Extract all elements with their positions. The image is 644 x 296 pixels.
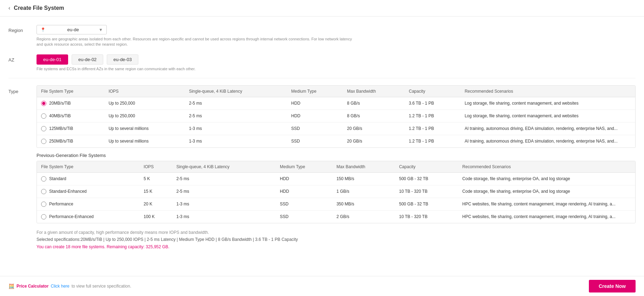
prev-fs-type-radio-1[interactable] (41, 189, 46, 194)
chevron-down-icon: ▼ (99, 27, 103, 32)
region-label: Region (8, 25, 37, 33)
scenarios-cell: Log storage, file sharing, content manag… (460, 97, 635, 110)
fs-type-radio-1[interactable] (41, 113, 46, 119)
fs-type-label: 40MB/s/TiB (49, 113, 71, 118)
current-gen-table-wrapper: File System TypeIOPSSingle-queue, 4 KiB … (37, 85, 636, 148)
section-divider (8, 78, 636, 78)
fs-type-cell: 250MB/s/TiB (37, 135, 104, 147)
prev-fs-type-radio-3[interactable] (41, 214, 46, 219)
fs-type-cell: 20MB/s/TiB (37, 97, 104, 110)
az-button-eu-de-03[interactable]: eu-de-03 (107, 54, 138, 65)
az-hint: File systems and ECSs in different AZs i… (37, 67, 636, 71)
region-value: eu-de (67, 27, 79, 32)
capacity-cell: 500 GB - 32 TB (395, 198, 458, 210)
footer-info: For a given amount of capacity, high per… (37, 229, 636, 250)
page-title: Create File System (14, 5, 64, 11)
medium-cell: HDD (276, 185, 332, 198)
latency-cell: 2-5 ms (185, 97, 287, 110)
iops-cell: Up to 250,000 (104, 97, 185, 110)
table-header: Capacity (395, 161, 458, 173)
prev-gen-table: File System TypeIOPSSingle-queue, 4 KiB … (37, 161, 635, 223)
latency-cell: 1-3 ms (185, 122, 287, 135)
fs-type-cell: Standard (37, 172, 139, 185)
bandwidth-cell: 350 MB/s (332, 198, 395, 210)
table-header: Max Bandwidth (332, 161, 395, 173)
fs-type-cell: Standard-Enhanced (37, 185, 139, 198)
back-button[interactable]: ‹ (8, 5, 10, 11)
region-select[interactable]: 📍 eu-de ▼ (37, 25, 107, 34)
fs-type-radio-3[interactable] (41, 139, 46, 144)
capacity-cell: 10 TB - 320 TB (395, 185, 458, 198)
type-content: File System TypeIOPSSingle-queue, 4 KiB … (37, 85, 636, 250)
current-gen-thead: File System TypeIOPSSingle-queue, 4 KiB … (37, 86, 635, 97)
table-header: IOPS (104, 86, 185, 97)
latency-cell: 1-3 ms (172, 198, 276, 210)
capacity-cell: 1.2 TB - 1 PB (405, 135, 460, 147)
region-content: 📍 eu-de ▼ Regions are geographic areas i… (37, 25, 636, 47)
medium-cell: HDD (287, 110, 343, 122)
latency-cell: 2-5 ms (172, 185, 276, 198)
iops-cell: 15 K (139, 185, 172, 198)
type-label: Type (8, 85, 37, 94)
scenarios-cell: Code storage, file sharing, enterprise O… (458, 185, 635, 198)
capacity-cell: 500 GB - 32 TB (395, 172, 458, 185)
fs-type-label: 20MB/s/TiB (49, 101, 71, 106)
fs-type-cell: Performance-Enhanced (37, 210, 139, 223)
prev-gen-label: Previous-Generation File Systems (37, 148, 636, 161)
table-header: Recommended Scenarios (460, 86, 635, 97)
table-header: IOPS (139, 161, 172, 173)
medium-cell: SSD (287, 122, 343, 135)
medium-cell: HDD (276, 172, 332, 185)
current-gen-tbody: 20MB/s/TiB Up to 250,000 2-5 ms HDD 8 GB… (37, 97, 635, 147)
scenarios-cell: HPC websites, file sharing, content mana… (458, 198, 635, 210)
iops-cell: 100 K (139, 210, 172, 223)
capacity-cell: 1.2 TB - 1 PB (405, 110, 460, 122)
selected-spec: Selected specifications:20MB/s/TiB | Up … (37, 236, 636, 243)
iops-cell: 20 K (139, 198, 172, 210)
table-header: Recommended Scenarios (458, 161, 635, 173)
fs-type-label: Performance (49, 202, 73, 206)
az-button-eu-de-02[interactable]: eu-de-02 (72, 54, 103, 65)
current-gen-header-row: File System TypeIOPSSingle-queue, 4 KiB … (37, 86, 635, 97)
latency-cell: 1-3 ms (185, 135, 287, 147)
pin-icon: 📍 (40, 27, 46, 32)
table-row: 40MB/s/TiB Up to 250,000 2-5 ms HDD 8 GB… (37, 110, 635, 122)
az-button-eu-de-01[interactable]: eu-de-01 (37, 54, 68, 65)
prev-fs-type-radio-2[interactable] (41, 202, 46, 207)
az-content: eu-de-01eu-de-02eu-de-03 File systems an… (37, 54, 636, 71)
medium-cell: SSD (287, 135, 343, 147)
iops-cell: 5 K (139, 172, 172, 185)
fs-type-radio-2[interactable] (41, 126, 46, 131)
table-row: 125MB/s/TiB Up to several millions 1-3 m… (37, 122, 635, 135)
scenarios-cell: HPC websites, file sharing, content mana… (458, 210, 635, 223)
bandwidth-cell: 8 GB/s (343, 110, 405, 122)
iops-cell: Up to 250,000 (104, 110, 185, 122)
table-header: Medium Type (276, 161, 332, 173)
table-header: Medium Type (287, 86, 343, 97)
medium-cell: SSD (276, 198, 332, 210)
iops-cell: Up to several millions (104, 135, 185, 147)
table-row: Performance 20 K 1-3 ms SSD 350 MB/s 500… (37, 198, 635, 210)
capacity-cell: 10 TB - 320 TB (395, 210, 458, 223)
scenarios-cell: AI training, autonomous driving, EDA sim… (460, 135, 635, 147)
table-header: File System Type (37, 86, 104, 97)
az-row: AZ eu-de-01eu-de-02eu-de-03 File systems… (8, 54, 636, 71)
table-row: Standard-Enhanced 15 K 2-5 ms HDD 1 GB/s… (37, 185, 635, 198)
medium-cell: HDD (287, 97, 343, 110)
latency-cell: 1-3 ms (172, 210, 276, 223)
fs-type-label: Standard (49, 176, 66, 181)
capacity-cell: 1.2 TB - 1 PB (405, 122, 460, 135)
fs-type-label: 125MB/s/TiB (49, 126, 73, 131)
table-row: Standard 5 K 2-5 ms HDD 150 MB/s 500 GB … (37, 172, 635, 185)
bandwidth-cell: 8 GB/s (343, 97, 405, 110)
table-row: 250MB/s/TiB Up to several millions 1-3 m… (37, 135, 635, 147)
region-row: Region 📍 eu-de ▼ Regions are geographic … (8, 25, 636, 47)
fs-type-cell: Performance (37, 198, 139, 210)
bandwidth-cell: 20 GB/s (343, 135, 405, 147)
prev-fs-type-radio-0[interactable] (41, 176, 46, 182)
iops-cell: Up to several millions (104, 122, 185, 135)
bandwidth-cell: 2 GB/s (332, 210, 395, 223)
fs-type-radio-0[interactable] (41, 101, 46, 106)
table-header: Capacity (405, 86, 460, 97)
type-section: Type File System TypeIOPSSingle-queue, 4… (8, 85, 636, 250)
